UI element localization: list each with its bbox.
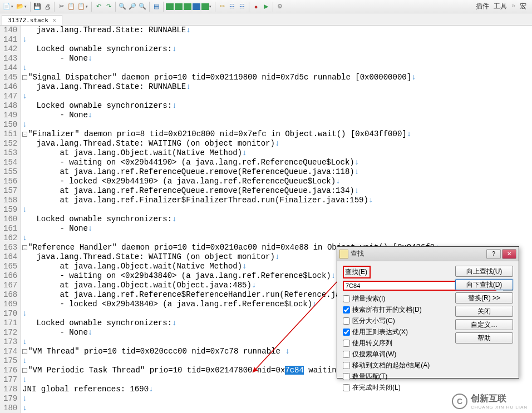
undo-icon[interactable]: ↶ (94, 2, 103, 11)
copy-icon[interactable]: 📋 (67, 2, 76, 11)
code-line: Locked ownable synchronizers:↓ (22, 101, 439, 111)
find-option-checkbox[interactable] (343, 373, 350, 380)
code-line: ↓ (22, 120, 439, 130)
code-line: Locked ownable synchronizers:↓ (22, 44, 439, 54)
custom-button[interactable]: 自定义… (455, 319, 513, 330)
code-line: ↓ (22, 233, 439, 243)
tab-bar: 31372.stack × (0, 13, 532, 26)
dropdown-icon[interactable]: ▾ (24, 4, 27, 9)
dialog-titlebar[interactable]: 查找 ? ✕ (337, 247, 519, 261)
new-file-icon[interactable]: 📄 (2, 2, 11, 11)
dialog-title: 查找 (351, 249, 485, 258)
config-icon[interactable]: ⚙ (275, 2, 284, 11)
dropdown-icon[interactable]: ▾ (86, 4, 88, 9)
code-line: - None↓ (22, 224, 439, 233)
watermark-logo: C (452, 394, 467, 409)
code-line: Locked ownable synchronizers:↓ (22, 215, 439, 224)
find-option-checkbox[interactable] (343, 351, 350, 358)
main-toolbar: 📄 ▾ 📂 ▾ 💾 🖨 ✂ 📋 📋 ▾ ↶ ↷ 🔍 🔎 🔍 ▤ ▾ ✏ ☷ ☷ … (0, 0, 532, 13)
line-gutter: 1401411421431441451461471481491501511521… (0, 26, 21, 413)
panel4-icon[interactable] (193, 3, 200, 10)
dropdown-icon[interactable]: ▾ (209, 4, 211, 9)
tab-stack[interactable]: 31372.stack × (2, 15, 62, 25)
panel1-icon[interactable] (166, 3, 174, 10)
code-line: - locked <0x29b44190> (a java.lang.ref.R… (22, 177, 439, 186)
find-dialog-icon (339, 250, 348, 258)
code-line: at java.lang.Object.wait(Native Method)↓ (22, 148, 439, 158)
find-dialog: 查找 ? ✕ 查找(E) ▾ > 增量搜索(I)搜索所有打开的文档(D)区分大小… (337, 246, 519, 379)
panel2-icon[interactable] (175, 3, 183, 10)
code-line: at java.lang.ref.Finalizer$FinalizerThre… (22, 196, 439, 205)
code-line: -"Finalizer" daemon prio=8 tid=0x0210c80… (22, 130, 439, 139)
find-option[interactable]: 移动到文档的起始/结尾(A) (343, 361, 513, 370)
paste-icon[interactable]: 📋 (77, 2, 86, 11)
panel5-icon[interactable] (201, 3, 209, 10)
code-line: - None↓ (22, 54, 439, 63)
code-line: java.lang.Thread.State: WAITING (on obje… (22, 139, 439, 148)
watermark: C 创新互联 CHUANG XIN HU LIAN (452, 393, 528, 410)
find-option-checkbox[interactable] (343, 317, 350, 325)
code-line: - None↓ (22, 111, 439, 120)
find-next-icon[interactable]: 🔎 (128, 2, 137, 11)
find-option[interactable]: 数量匹配(T) (343, 372, 513, 381)
tab-close-icon[interactable]: × (53, 17, 56, 23)
find-option[interactable]: 仅搜索单词(W) (343, 350, 513, 359)
menu-tools[interactable]: 工具 (494, 2, 507, 11)
print-icon[interactable]: 🖨 (43, 2, 52, 11)
indent-icon[interactable]: ☷ (228, 2, 237, 11)
outdent-icon[interactable]: ☷ (238, 2, 247, 11)
watermark-sub: CHUANG XIN HU LIAN (471, 405, 528, 410)
dialog-close-button[interactable]: ✕ (502, 249, 516, 259)
code-line: ↓ (22, 92, 439, 101)
find-option-checkbox[interactable] (343, 384, 350, 391)
redo-icon[interactable]: ↷ (104, 2, 113, 11)
watermark-brand: 创新互联 (471, 393, 528, 405)
tab-label: 31372.stack (8, 17, 48, 24)
code-line: java.lang.Thread.State: RUNNABLE↓ (22, 26, 439, 35)
find-option-checkbox[interactable] (343, 306, 350, 314)
code-line: at java.lang.ref.ReferenceQueue.remove(R… (22, 167, 439, 177)
code-line: at java.lang.ref.ReferenceQueue.remove(R… (22, 186, 439, 196)
find-icon[interactable]: 🔍 (118, 2, 127, 11)
code-line: java.lang.Thread.State: RUNNABLE↓ (22, 82, 439, 92)
replace-icon[interactable]: 🔍 (138, 2, 147, 11)
close-button[interactable]: 关闭 (455, 306, 513, 317)
dropdown-icon[interactable]: ▾ (11, 4, 13, 9)
record-icon[interactable]: ● (252, 2, 260, 11)
cut-icon[interactable]: ✂ (57, 2, 66, 11)
find-down-button[interactable]: 向下查找(D) (455, 279, 513, 290)
play-icon[interactable]: ▶ (262, 2, 270, 11)
menu-macros[interactable]: 宏 (520, 2, 526, 11)
find-option-checkbox[interactable] (343, 340, 350, 347)
bookmark-icon[interactable]: ▤ (152, 2, 161, 11)
find-option[interactable]: 在完成时关闭(L) (343, 383, 513, 392)
find-option-checkbox[interactable] (343, 362, 350, 369)
find-label: 查找(E) (343, 266, 371, 278)
find-up-button[interactable]: 向上查找(U) (455, 266, 513, 277)
find-option-checkbox[interactable] (343, 295, 350, 302)
code-line: ↓ (22, 35, 439, 44)
find-option-checkbox[interactable] (343, 329, 350, 336)
code-line: ↓ (22, 63, 439, 73)
highlight-icon[interactable]: ✏ (218, 2, 226, 11)
panel3-icon[interactable] (184, 3, 191, 10)
code-line: ↓ (22, 205, 439, 215)
replace-button[interactable]: 替换(R) >> (455, 292, 513, 303)
code-line: - waiting on <0x29b44190> (a java.lang.r… (22, 158, 439, 167)
help-button[interactable]: 帮助 (455, 332, 513, 344)
open-icon[interactable]: 📂 (16, 2, 24, 11)
dialog-help-button[interactable]: ? (486, 249, 501, 259)
save-icon[interactable]: 💾 (33, 2, 42, 11)
code-line: -"Signal Dispatcher" daemon prio=10 tid=… (22, 73, 439, 82)
code-line: ↓ (22, 404, 439, 413)
menu-plugins[interactable]: 插件 (476, 2, 489, 11)
